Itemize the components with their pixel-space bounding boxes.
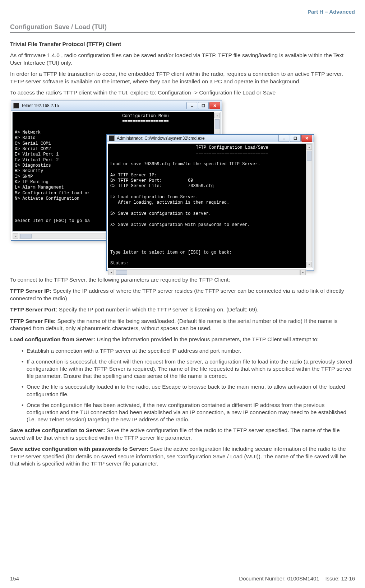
doc-number: Document Number: 0100SM1401 (239, 575, 319, 582)
load-text: Using the information provided in the pr… (95, 336, 319, 342)
close-button[interactable] (209, 102, 220, 109)
header-part: Part H – Advanced (10, 9, 355, 23)
intro-p3: To access the radio's TFTP client within… (10, 89, 355, 96)
tftp-opt: A> TFTP Server IP: (110, 173, 157, 178)
cmd-title: Administrator: C:\Windows\system32\cmd.e… (117, 136, 278, 141)
tftp-line: Load or save 703959.cfg from/to the spec… (110, 162, 260, 167)
svg-rect-1 (202, 104, 205, 107)
menu-item: H> Security (15, 168, 43, 173)
port-label: TFTP Server Port: (10, 306, 57, 312)
page-number: 154 (10, 575, 19, 582)
maximize-button[interactable] (198, 102, 209, 109)
tftp-opt: B> TFTP Server Port: 69 (110, 178, 193, 183)
menu-item: E> Virtual Port 1 (15, 152, 59, 157)
tftp-savex-line: X> Save active configuration with passwo… (110, 222, 250, 227)
menu-item: C> Serial COM1 (15, 141, 51, 146)
bullet-item: Once the configuration file has been act… (27, 402, 355, 423)
load-label: Load configuration from Server: (10, 336, 95, 342)
cmd-icon (13, 103, 19, 108)
intro-heading: Trivial File Transfer Protocol (TFTP) Cl… (10, 41, 121, 47)
tftp-load-line1: L> Load configuration from Server. (110, 195, 198, 200)
scroll-thumb[interactable] (307, 151, 311, 161)
cmd-titlebar[interactable]: Administrator: C:\Windows\system32\cmd.e… (107, 135, 314, 142)
cmd-icon (109, 135, 115, 141)
horizontal-scrollbar[interactable]: ◂ ▸ (108, 269, 306, 275)
bullet-item: If a connection is successful, the clien… (27, 358, 355, 380)
ip-label: TFTP Server IP: (10, 288, 51, 294)
intro-p1: As of firmware 1.4.0 , radio configurati… (10, 52, 355, 66)
savep-label: Save active configuration with passwords… (10, 446, 148, 452)
tftp-heading: TFTP Configuration Load/Save (110, 145, 304, 151)
scroll-thumb[interactable] (20, 234, 32, 239)
bullet-item: Establish a connection with a TFTP serve… (27, 347, 355, 355)
intro-block: Trivial File Transfer Protocol (TFTP) Cl… (10, 41, 355, 97)
cmd-terminal[interactable]: TFTP Configuration Load/Save============… (108, 144, 306, 268)
scroll-down-icon[interactable]: ▾ (306, 262, 312, 267)
tftp-status: Status: (110, 261, 128, 266)
minimize-button[interactable] (186, 102, 197, 109)
file-label: TFTP Server File: (10, 318, 56, 324)
after-block: To connect to the TFTP Server, the follo… (10, 276, 355, 468)
tftp-save-line: S> Save active configuration to server. (110, 211, 211, 216)
page: Part H – Advanced Configuration Save / L… (0, 0, 365, 588)
port-text: Specify the IP port number in which the … (57, 306, 259, 312)
maximize-button[interactable] (290, 135, 301, 142)
tftp-load-line2: After loading, activation is then requir… (110, 200, 229, 205)
menu-item: I> SNMP (15, 174, 33, 179)
menu-item: B> Radio (15, 135, 36, 140)
svg-rect-5 (294, 137, 297, 139)
tftp-prompt: Type letter to select item or [ESC] to g… (110, 250, 232, 255)
tftp-underline: ============================ (110, 151, 304, 156)
bullet-item: Once the file is successfully loaded in … (27, 383, 355, 398)
issue: Issue: 12-16 (325, 575, 355, 582)
telnet-title: Telnet 192.168.2.15 (21, 103, 186, 108)
minimize-button[interactable] (278, 135, 289, 142)
scroll-thumb[interactable] (116, 270, 127, 275)
scroll-left-icon[interactable]: ◂ (108, 270, 114, 275)
scroll-right-icon[interactable]: ▸ (300, 270, 306, 275)
ip-text: Specify the IP address of where the TFTP… (10, 288, 344, 301)
load-bullets: Establish a connection with a TFTP serve… (10, 347, 355, 423)
after-p1: To connect to the TFTP Server, the follo… (10, 276, 355, 283)
scroll-up-icon[interactable]: ▴ (214, 113, 220, 118)
menu-item: M> Configuration file Load or (15, 191, 90, 196)
telnet-prompt: Select Item or [ESC] to go ba (15, 218, 90, 223)
save-label: Save active configuration to Server: (10, 427, 105, 433)
intro-p2: In order for a TFTP file transaction to … (10, 70, 355, 85)
footer: 154 Document Number: 0100SM1401 Issue: 1… (10, 575, 355, 582)
menu-item: D> Serial COM2 (15, 147, 51, 152)
menu-item: A> Network (15, 130, 41, 135)
cmd-window: Administrator: C:\Windows\system32\cmd.e… (106, 134, 314, 271)
section-title: Configuration Save / Load (TUI) (10, 23, 355, 33)
config-menu-underline: ================== (15, 119, 212, 124)
config-menu-heading: Configuration Menu (15, 114, 212, 119)
file-text: Specify the name of the file being saved… (10, 318, 337, 331)
menu-item: F> Virtual Port 2 (15, 158, 59, 163)
tftp-opt: C> TFTP Server File: 703959.cfg (110, 184, 214, 189)
menu-item: L> Alarm Management (15, 185, 64, 190)
screenshot-area: Telnet 192.168.2.15 Configuration Menu==… (10, 101, 315, 271)
telnet-titlebar[interactable]: Telnet 192.168.2.15 (11, 101, 222, 111)
menu-item: G> Diagnostics (15, 163, 51, 168)
scroll-thumb[interactable] (215, 119, 220, 129)
menu-item: K> IP Routing (15, 180, 48, 185)
scroll-up-icon[interactable]: ▴ (306, 144, 312, 150)
vertical-scrollbar[interactable]: ▴ ▾ (306, 144, 312, 268)
menu-item: N> Activate Configuration (15, 196, 79, 201)
close-button[interactable] (301, 135, 312, 142)
scroll-left-icon[interactable]: ◂ (13, 233, 18, 239)
